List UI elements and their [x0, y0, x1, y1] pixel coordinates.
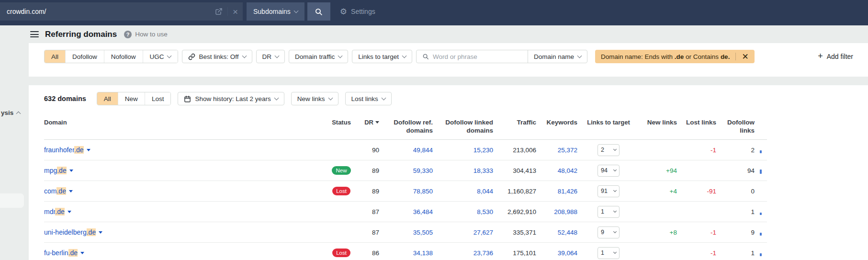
lost-links-value[interactable]: -91: [677, 188, 716, 195]
history-spark-bar[interactable]: [760, 213, 762, 215]
new-links-value[interactable]: +4: [640, 188, 677, 195]
new-links-dropdown[interactable]: New links: [291, 92, 338, 105]
header-links-to-target[interactable]: Links to target: [577, 118, 640, 126]
links-to-target-select[interactable]: 1: [597, 206, 620, 218]
header-dr[interactable]: DR: [356, 118, 379, 126]
header-dofollow-ref-domains[interactable]: Dofollow ref. domains: [379, 118, 433, 135]
header-dofollow-linked-domains[interactable]: Dofollow linked domains: [433, 118, 493, 135]
domain-menu-caret-icon[interactable]: [69, 190, 73, 192]
domain-link[interactable]: com.de: [44, 187, 66, 195]
dofollow-linked-domains-value[interactable]: 15,230: [433, 147, 493, 154]
domain-link[interactable]: mpg.de: [44, 167, 67, 174]
lost-links-value[interactable]: -1: [677, 229, 716, 236]
dofollow-linked-domains-value[interactable]: 23,736: [433, 249, 493, 257]
menu-icon[interactable]: [30, 31, 39, 37]
dofollow-linked-domains-value[interactable]: 27,627: [433, 229, 493, 236]
keywords-value[interactable]: 39,064: [536, 249, 577, 257]
dofollow-ref-domains-value[interactable]: 59,330: [379, 167, 433, 174]
chevron-down-icon: [275, 53, 280, 58]
domain-link[interactable]: uni-heidelberg.de: [44, 228, 96, 236]
chevron-up-icon: [16, 112, 21, 116]
dr-filter[interactable]: DR: [256, 50, 285, 63]
dofollow-linked-domains-value[interactable]: 18,333: [433, 167, 493, 174]
filter-tab-dofollow[interactable]: Dofollow: [65, 50, 104, 63]
best-links-filter[interactable]: Best links: Off: [182, 50, 252, 63]
divider: [227, 7, 228, 16]
target-input[interactable]: crowdin.com/ ×: [0, 2, 243, 21]
lost-links-value[interactable]: -1: [677, 249, 716, 257]
sidebar-active-item[interactable]: [0, 193, 24, 208]
table-row: com.deLost8978,8508,0441,160,82781,42691…: [44, 181, 767, 202]
show-history-dropdown[interactable]: Show history: Last 2 years: [178, 92, 284, 105]
domain-link[interactable]: fraunhofer.de: [44, 146, 84, 154]
dr-value: 90: [356, 147, 379, 154]
filter-tab-ugc[interactable]: UGC: [143, 50, 178, 63]
dr-value: 87: [356, 208, 379, 215]
dofollow-ref-domains-value[interactable]: 35,505: [379, 229, 433, 236]
status-tab-all[interactable]: All: [97, 92, 118, 105]
header-keywords[interactable]: Keywords: [536, 118, 577, 126]
search-mode-dropdown[interactable]: Domain name: [528, 50, 587, 63]
target-value: crowdin.com/: [7, 8, 215, 15]
add-filter-button[interactable]: + Add filter: [818, 53, 853, 60]
remove-filter-icon[interactable]: ✕: [742, 53, 748, 61]
domain-link[interactable]: mdr.de: [44, 208, 65, 215]
history-spark-bar[interactable]: [760, 233, 762, 236]
scope-dropdown[interactable]: Subdomains: [247, 2, 304, 21]
domain-menu-caret-icon[interactable]: [68, 211, 71, 213]
word-search-box[interactable]: [417, 53, 528, 60]
domain-menu-caret-icon[interactable]: [80, 252, 84, 254]
dofollow-linked-domains-value[interactable]: 8,044: [433, 188, 493, 195]
domain-menu-caret-icon[interactable]: [99, 231, 102, 234]
referring-domains-table: Domain Status DR Dofollow ref. domains D…: [29, 105, 782, 260]
filter-tab-nofollow[interactable]: Nofollow: [104, 50, 143, 63]
status-tab-lost[interactable]: Lost: [145, 92, 171, 105]
keywords-value[interactable]: 25,372: [536, 147, 577, 154]
links-to-target-select[interactable]: 2: [597, 144, 620, 156]
links-to-target-select[interactable]: 1: [597, 247, 620, 259]
how-to-use-link[interactable]: ? How to use: [124, 31, 168, 38]
dofollow-ref-domains-value[interactable]: 49,844: [379, 147, 433, 154]
history-spark-bar[interactable]: [760, 170, 762, 174]
links-to-target-select[interactable]: 94: [597, 165, 620, 177]
domain-menu-caret-icon[interactable]: [87, 149, 90, 151]
links-to-target-select[interactable]: 9: [597, 226, 620, 238]
clear-target-icon[interactable]: ×: [233, 7, 238, 16]
search-button[interactable]: [307, 2, 330, 21]
links-to-target-filter[interactable]: Links to target: [352, 50, 412, 63]
dofollow-ref-domains-value[interactable]: 78,850: [379, 188, 433, 195]
calendar-icon: [184, 95, 191, 102]
history-spark-bar[interactable]: [760, 253, 762, 256]
domain-link[interactable]: fu-berlin.de: [44, 249, 78, 257]
dofollow-ref-domains-value[interactable]: 36,484: [379, 208, 433, 215]
header-new-links[interactable]: New links: [640, 118, 677, 126]
new-links-value[interactable]: +8: [640, 229, 677, 236]
keywords-value[interactable]: 52,448: [536, 229, 577, 236]
external-link-icon[interactable]: [215, 8, 223, 15]
history-spark-bar[interactable]: [760, 150, 762, 153]
header-dofollow-links[interactable]: Dofollow links: [716, 118, 755, 135]
lost-links-dropdown[interactable]: Lost links: [345, 92, 392, 105]
filter-tab-all[interactable]: All: [45, 50, 65, 63]
domain-menu-caret-icon[interactable]: [69, 170, 73, 172]
header-domain[interactable]: Domain: [44, 118, 327, 126]
match-highlight: .de: [56, 187, 66, 195]
links-to-target-select[interactable]: 91: [597, 185, 620, 197]
status-tab-new[interactable]: New: [118, 92, 145, 105]
dr-value: 86: [356, 249, 379, 257]
settings-button[interactable]: ⚙ Settings: [340, 2, 375, 21]
word-search-input[interactable]: [433, 53, 514, 60]
sidebar-item-clipped[interactable]: ysis: [1, 109, 20, 116]
table-row: fu-berlin.deLost8634,13823,736175,10139,…: [44, 243, 767, 260]
keywords-value[interactable]: 208,988: [536, 208, 577, 215]
header-lost-links[interactable]: Lost links: [677, 118, 716, 126]
lost-links-value[interactable]: -1: [677, 147, 716, 154]
header-traffic[interactable]: Traffic: [493, 118, 536, 126]
keywords-value[interactable]: 48,042: [536, 167, 577, 174]
dofollow-linked-domains-value[interactable]: 8,530: [433, 208, 493, 215]
domain-traffic-filter[interactable]: Domain traffic: [289, 50, 348, 63]
new-links-value[interactable]: +94: [640, 167, 677, 174]
keywords-value[interactable]: 81,426: [536, 188, 577, 195]
dofollow-ref-domains-value[interactable]: 34,138: [379, 249, 433, 257]
header-status[interactable]: Status: [327, 118, 356, 126]
